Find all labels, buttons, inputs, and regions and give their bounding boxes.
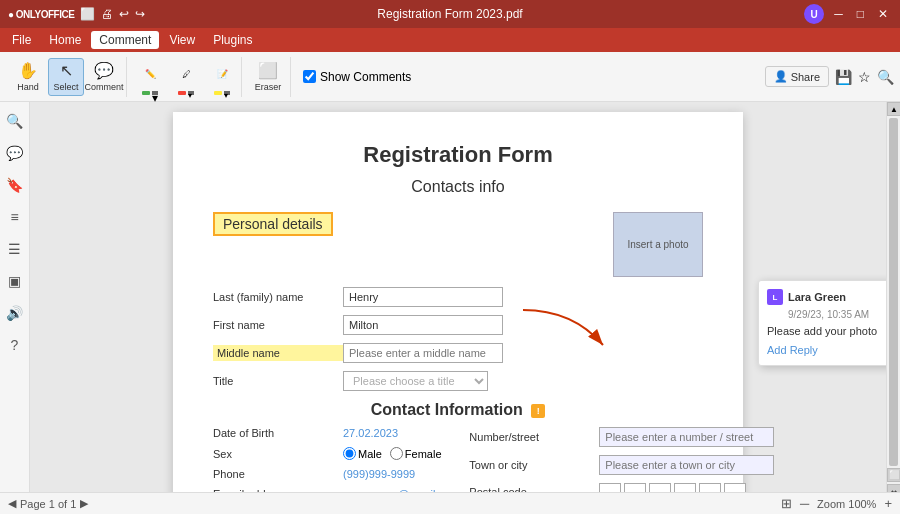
comment-icon: 💬 bbox=[94, 61, 114, 80]
title-label: Title bbox=[213, 375, 343, 387]
title-bar-icon1[interactable]: ⬜ bbox=[80, 7, 95, 21]
marker-btn[interactable]: 📝 bbox=[207, 59, 237, 89]
zoom-level: Zoom 100% bbox=[817, 498, 876, 510]
sex-female-text: Female bbox=[405, 448, 442, 460]
sidebar-layers-icon[interactable]: ≡ bbox=[4, 206, 26, 228]
restore-btn[interactable]: □ bbox=[853, 7, 868, 21]
sex-male-label[interactable]: Male bbox=[343, 447, 382, 460]
pen-dropdown[interactable]: ▾ bbox=[152, 91, 158, 95]
fit-icon[interactable]: ⊞ bbox=[781, 496, 792, 511]
comment-date: 9/29/23, 10:35 AM bbox=[788, 309, 886, 320]
next-page-btn[interactable]: ▶ bbox=[80, 497, 88, 510]
share-label: Share bbox=[791, 71, 820, 83]
comment-header: L Lara Green ✏ 🗑 ✓ bbox=[767, 289, 886, 305]
sex-male-radio[interactable] bbox=[343, 447, 356, 460]
first-name-row: First name bbox=[213, 315, 703, 335]
sex-female-radio[interactable] bbox=[390, 447, 403, 460]
pen-color-red bbox=[178, 91, 186, 95]
title-bar-icon2[interactable]: 🖨 bbox=[101, 7, 113, 21]
minimize-btn[interactable]: ─ bbox=[830, 7, 847, 21]
pdf-title: Registration Form bbox=[213, 142, 703, 168]
show-comments-checkbox[interactable] bbox=[303, 70, 316, 83]
app-logo: ● ONLYOFFICE bbox=[8, 9, 74, 20]
sidebar-fields-icon[interactable]: ▣ bbox=[4, 270, 26, 292]
title-bar-icon3[interactable]: ↩ bbox=[119, 7, 129, 21]
highlighter-btn[interactable]: 🖊 bbox=[171, 59, 201, 89]
toolbar-group-pens: ✏️ ▾ 🖊 ▾ 📝 ▾ bbox=[131, 57, 242, 97]
close-btn[interactable]: ✕ bbox=[874, 7, 892, 21]
middle-name-input[interactable] bbox=[343, 343, 503, 363]
show-comments-label: Show Comments bbox=[320, 70, 411, 84]
title-bar-controls: U ─ □ ✕ bbox=[804, 4, 892, 24]
title-select[interactable]: Please choose a title bbox=[343, 371, 488, 391]
menu-home[interactable]: Home bbox=[41, 31, 89, 49]
save-icon[interactable]: 💾 bbox=[835, 69, 852, 85]
comment-tool-btn[interactable]: 💬 Comment bbox=[86, 58, 122, 96]
scrollbar-thumb[interactable] bbox=[889, 118, 898, 466]
share-icon: 👤 bbox=[774, 70, 788, 83]
sidebar-list-icon[interactable]: ☰ bbox=[4, 238, 26, 260]
note-icon: ! bbox=[531, 404, 545, 418]
sidebar-bookmarks-icon[interactable]: 🔖 bbox=[4, 174, 26, 196]
menu-plugins[interactable]: Plugins bbox=[205, 31, 260, 49]
left-sidebar: 🔍 💬 🔖 ≡ ☰ ▣ 🔊 ? bbox=[0, 102, 30, 514]
eraser-btn[interactable]: ⬜ Eraser bbox=[250, 58, 286, 96]
first-name-label: First name bbox=[213, 319, 343, 331]
pen-color-green bbox=[142, 91, 150, 95]
hand-tool-btn[interactable]: ✋ Hand bbox=[10, 58, 46, 96]
page-label: Page 1 of 1 bbox=[20, 498, 76, 510]
dob-row: Date of Birth 27.02.2023 bbox=[213, 427, 459, 439]
title-row: Title Please choose a title bbox=[213, 371, 703, 391]
title-bar: ● ONLYOFFICE ⬜ 🖨 ↩ ↪ Registration Form 2… bbox=[0, 0, 900, 28]
menu-comment[interactable]: Comment bbox=[91, 31, 159, 49]
number-street-label: Number/street bbox=[469, 431, 599, 443]
toolbar: ✋ Hand ↖ Select 💬 Comment ✏️ ▾ 🖊 bbox=[0, 52, 900, 102]
last-name-label: Last (family) name bbox=[213, 291, 343, 303]
dob-label: Date of Birth bbox=[213, 427, 343, 439]
contact-section-title: Contact Information ! bbox=[213, 401, 703, 419]
pdf-document: Registration Form Contacts info Personal… bbox=[173, 112, 743, 514]
sidebar-audio-icon[interactable]: 🔊 bbox=[4, 302, 26, 324]
middle-name-row: Middle name bbox=[213, 343, 703, 363]
contact-information-text: Contact Information bbox=[371, 401, 523, 418]
pen-icon: ✏️ bbox=[145, 69, 156, 79]
status-bar: ◀ Page 1 of 1 ▶ ⊞ ─ Zoom 100% + bbox=[0, 492, 900, 514]
first-name-input[interactable] bbox=[343, 315, 503, 335]
sex-female-label[interactable]: Female bbox=[390, 447, 442, 460]
share-btn[interactable]: 👤 Share bbox=[765, 66, 829, 87]
sidebar-question-icon[interactable]: ? bbox=[4, 334, 26, 356]
zoom-out-icon[interactable]: ─ bbox=[800, 496, 809, 511]
last-name-input[interactable] bbox=[343, 287, 503, 307]
title-bar-icon4[interactable]: ↪ bbox=[135, 7, 145, 21]
menu-view[interactable]: View bbox=[161, 31, 203, 49]
pen-btn[interactable]: ✏️ bbox=[135, 59, 165, 89]
scrollbar-up-btn[interactable]: ▲ bbox=[887, 102, 900, 116]
phone-row: Phone (999)999-9999 bbox=[213, 468, 459, 480]
toolbar-right: 👤 Share 💾 ☆ 🔍 bbox=[765, 66, 894, 87]
comment-reply-btn[interactable]: Add Reply bbox=[767, 344, 818, 356]
comment-label: Comment bbox=[85, 82, 124, 92]
pen-color-yellow bbox=[214, 91, 222, 95]
prev-page-btn[interactable]: ◀ bbox=[8, 497, 16, 510]
sidebar-search-icon[interactable]: 🔍 bbox=[4, 110, 26, 132]
fit-page-btn[interactable]: ⬜ bbox=[887, 468, 900, 482]
search-icon[interactable]: 🔍 bbox=[877, 69, 894, 85]
number-street-row: Number/street bbox=[469, 427, 774, 447]
sidebar-comments-icon[interactable]: 💬 bbox=[4, 142, 26, 164]
menu-file[interactable]: File bbox=[4, 31, 39, 49]
sex-row: Sex Male Female bbox=[213, 447, 459, 460]
select-tool-btn[interactable]: ↖ Select bbox=[48, 58, 84, 96]
marker-dropdown[interactable]: ▾ bbox=[224, 91, 230, 95]
town-city-input[interactable] bbox=[599, 455, 774, 475]
number-street-input[interactable] bbox=[599, 427, 774, 447]
main-layout: 🔍 💬 🔖 ≡ ☰ ▣ 🔊 ? Registration Form Contac… bbox=[0, 102, 900, 514]
user-avatar: U bbox=[804, 4, 824, 24]
highlighter-dropdown[interactable]: ▾ bbox=[188, 91, 194, 95]
select-label: Select bbox=[53, 82, 78, 92]
eraser-label: Eraser bbox=[255, 82, 282, 92]
zoom-in-icon[interactable]: + bbox=[884, 496, 892, 511]
bookmark-icon[interactable]: ☆ bbox=[858, 69, 871, 85]
last-name-row: Last (family) name bbox=[213, 287, 703, 307]
phone-label: Phone bbox=[213, 468, 343, 480]
town-city-label: Town or city bbox=[469, 459, 599, 471]
